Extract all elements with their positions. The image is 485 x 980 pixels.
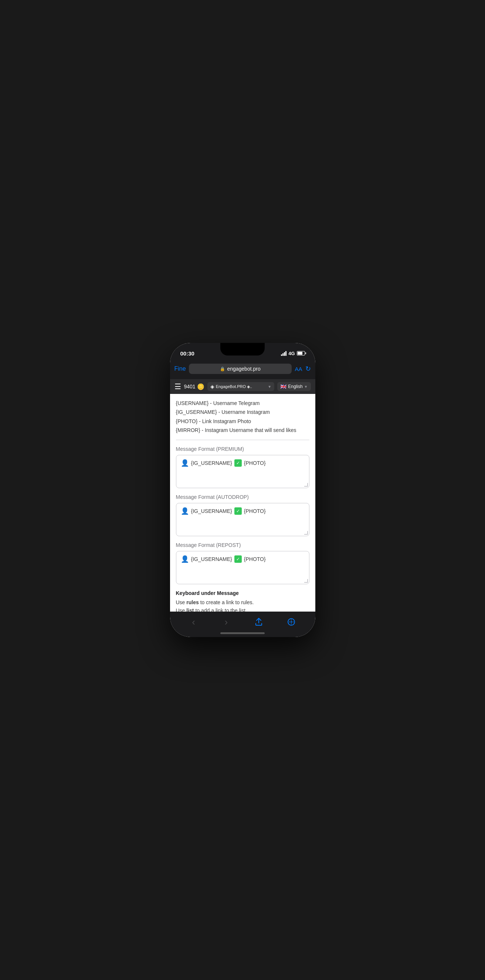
content-area[interactable]: {USERNAME} - Username Telegram {IG_USERN… <box>170 394 315 612</box>
url-text: engagebot.pro <box>227 366 260 372</box>
check-icon-premium: ✓ <box>235 459 242 467</box>
lock-icon: 🔒 <box>220 367 225 371</box>
premium-text: {IG_USERNAME} <box>191 460 232 466</box>
avatar-icon-autodrop: 👤 <box>181 507 189 515</box>
home-pill <box>220 632 265 634</box>
browser-chrome: Fine 🔒 engagebot.pro AA ↻ <box>170 361 315 379</box>
aa-button[interactable]: AA <box>295 366 302 372</box>
repost-text: {IG_USERNAME} <box>191 556 232 562</box>
lang-selector[interactable]: 🇬🇧 English ▼ <box>277 382 311 391</box>
signal-bar-2 <box>282 353 284 356</box>
var-line-3: {PHOTO} - Link Instagram Photo <box>176 417 310 425</box>
bottom-bar: ‹ › <box>170 612 315 631</box>
resize-handle-repost[interactable] <box>304 579 308 583</box>
signal-bars <box>281 351 287 356</box>
check-icon-autodrop: ✓ <box>235 508 242 515</box>
status-right: 4G <box>281 351 305 356</box>
avatar-icon-premium: 👤 <box>181 459 189 467</box>
repost-photo: {PHOTO} <box>244 556 266 562</box>
premium-photo: {PHOTO} <box>244 460 266 466</box>
premium-label: Message Format (PREMIUM) <box>176 446 310 452</box>
coin-badge: 9401 🪙 <box>184 383 204 390</box>
site-name: EngageBot.PRO ◈.. <box>216 384 266 389</box>
signal-bar-4 <box>286 351 287 356</box>
share-button[interactable] <box>250 615 267 628</box>
keyboard-title: Keyboard under Message <box>176 590 310 596</box>
keyboard-line-2: Use list to add a link to the list <box>176 606 310 612</box>
var-line-4: {MIRROR} - Instagram Username that will … <box>176 426 310 434</box>
flag-icon: 🇬🇧 <box>280 383 287 390</box>
avatar-icon-repost: 👤 <box>181 555 189 563</box>
status-time: 00:30 <box>180 350 195 356</box>
share-icon <box>255 618 262 626</box>
battery-icon <box>297 351 305 355</box>
keyboard-line-1: Use rules to create a link to rules. <box>176 598 310 606</box>
coin-amount: 9401 <box>184 383 196 390</box>
compass-button[interactable] <box>283 615 300 628</box>
phone-frame: 00:30 4G Fine 🔒 engagebot. <box>170 343 315 637</box>
list-bold: list <box>186 608 194 612</box>
forward-nav-button[interactable]: › <box>218 615 235 628</box>
repost-content: 👤 {IG_USERNAME} ✓ {PHOTO} <box>181 555 266 563</box>
autodrop-content: 👤 {IG_USERNAME} ✓ {PHOTO} <box>181 507 266 515</box>
coin-icon: 🪙 <box>197 383 204 390</box>
svg-point-1 <box>290 621 292 623</box>
premium-content: 👤 {IG_USERNAME} ✓ {PHOTO} <box>181 459 266 467</box>
url-bar[interactable]: 🔒 engagebot.pro <box>189 364 292 374</box>
check-icon-repost: ✓ <box>235 555 242 563</box>
resize-handle-autodrop[interactable] <box>304 531 308 535</box>
repost-textarea[interactable]: 👤 {IG_USERNAME} ✓ {PHOTO} <box>176 551 310 584</box>
keyboard-desc: Use rules to create a link to rules. Use… <box>176 598 310 612</box>
rules-bold: rules <box>186 600 198 605</box>
site-selector[interactable]: ◈ EngageBot.PRO ◈.. ▼ <box>207 382 274 391</box>
repost-label: Message Format (REPOST) <box>176 542 310 548</box>
forward-arrow-icon: › <box>225 616 228 628</box>
back-arrow-icon: ‹ <box>192 616 195 628</box>
notch <box>220 343 265 355</box>
autodrop-textarea[interactable]: 👤 {IG_USERNAME} ✓ {PHOTO} <box>176 503 310 536</box>
browser-nav-row: Fine 🔒 engagebot.pro AA ↻ <box>174 364 311 374</box>
diamond-icon: ◈ <box>211 383 214 390</box>
keyboard-section: Keyboard under Message Use rules to crea… <box>176 590 310 612</box>
compass-icon <box>287 618 295 626</box>
variables-section: {USERNAME} - Username Telegram {IG_USERN… <box>176 399 310 434</box>
resize-handle-premium[interactable] <box>304 483 308 487</box>
home-indicator <box>170 631 315 637</box>
site-header: ☰ 9401 🪙 ◈ EngageBot.PRO ◈.. ▼ 🇬🇧 Englis… <box>170 379 315 394</box>
language-label: English <box>288 384 302 389</box>
signal-bar-3 <box>284 352 285 356</box>
lang-chevron-icon: ▼ <box>304 385 308 389</box>
autodrop-label: Message Format (AUTODROP) <box>176 494 310 500</box>
var-line-2: {IG_USERNAME} - Username Instagram <box>176 408 310 416</box>
autodrop-text: {IG_USERNAME} <box>191 508 232 514</box>
signal-bar-1 <box>281 355 282 356</box>
repost-section: Message Format (REPOST) 👤 {IG_USERNAME} … <box>176 542 310 584</box>
site-chevron-icon: ▼ <box>268 385 271 389</box>
section-divider <box>176 440 310 440</box>
premium-section: Message Format (PREMIUM) 👤 {IG_USERNAME}… <box>176 446 310 488</box>
back-nav-button[interactable]: ‹ <box>185 615 202 628</box>
battery-fill <box>298 352 303 355</box>
autodrop-section: Message Format (AUTODROP) 👤 {IG_USERNAME… <box>176 494 310 536</box>
refresh-button[interactable]: ↻ <box>305 365 311 373</box>
network-type: 4G <box>288 351 295 356</box>
back-button[interactable]: Fine <box>174 366 186 372</box>
phone-screen: 00:30 4G Fine 🔒 engagebot. <box>170 343 315 637</box>
var-line-1: {USERNAME} - Username Telegram <box>176 399 310 407</box>
premium-textarea[interactable]: 👤 {IG_USERNAME} ✓ {PHOTO} <box>176 455 310 488</box>
hamburger-menu[interactable]: ☰ <box>174 383 181 390</box>
autodrop-photo: {PHOTO} <box>244 508 266 514</box>
